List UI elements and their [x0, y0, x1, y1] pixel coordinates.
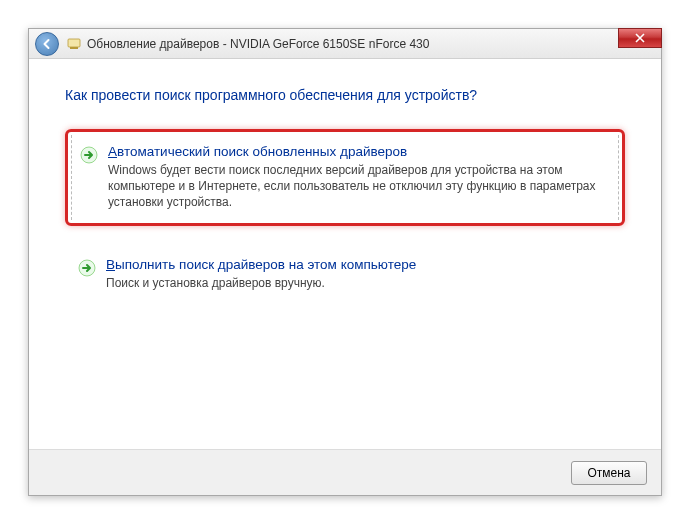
option-manual-search[interactable]: Выполнить поиск драйверов на этом компью…	[65, 244, 625, 304]
option-manual-desc: Поиск и установка драйверов вручную.	[106, 275, 608, 291]
cancel-button[interactable]: Отмена	[571, 461, 647, 485]
close-button[interactable]	[618, 28, 662, 48]
arrow-right-icon	[80, 146, 98, 164]
svg-rect-1	[70, 47, 78, 49]
back-arrow-icon	[41, 38, 53, 50]
back-button[interactable]	[35, 32, 59, 56]
option-auto-title: Автоматический поиск обновленных драйвер…	[108, 144, 606, 159]
window-title: Обновление драйверов - NVIDIA GeForce 61…	[87, 37, 429, 51]
option-manual-title-rest: ыполнить поиск драйверов на этом компьют…	[115, 257, 416, 272]
content-area: Как провести поиск программного обеспече…	[29, 59, 661, 332]
svg-rect-0	[68, 39, 80, 47]
footer: Отмена	[29, 449, 661, 495]
option-manual-text: Выполнить поиск драйверов на этом компью…	[106, 257, 608, 291]
option-auto-text: Автоматический поиск обновленных драйвер…	[108, 144, 606, 211]
option-auto-title-rest: втоматический поиск обновленных драйверо…	[117, 144, 407, 159]
titlebar: Обновление драйверов - NVIDIA GeForce 61…	[29, 29, 661, 59]
driver-update-wizard-window: Обновление драйверов - NVIDIA GeForce 61…	[28, 28, 662, 496]
option-auto-accel: А	[108, 144, 117, 159]
arrow-right-icon	[78, 259, 96, 277]
device-icon	[67, 37, 81, 51]
option-auto-search[interactable]: Автоматический поиск обновленных драйвер…	[65, 129, 625, 226]
option-manual-title: Выполнить поиск драйверов на этом компью…	[106, 257, 608, 272]
page-heading: Как провести поиск программного обеспече…	[65, 87, 625, 103]
option-manual-accel: В	[106, 257, 115, 272]
option-auto-desc: Windows будет вести поиск последних верс…	[108, 162, 606, 211]
close-icon	[635, 33, 645, 43]
